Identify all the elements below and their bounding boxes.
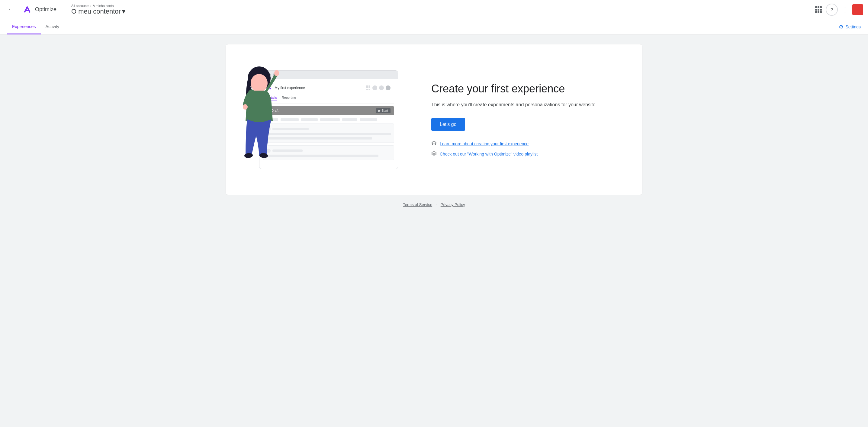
browser-help-icon bbox=[372, 86, 377, 90]
optimize-logo-icon bbox=[22, 4, 33, 15]
back-button[interactable]: ← bbox=[5, 4, 17, 16]
breadcrumb: All accounts › A minha conta O meu conte… bbox=[71, 4, 125, 16]
header-actions: ? ⋮ bbox=[812, 4, 863, 16]
svg-point-4 bbox=[243, 104, 248, 110]
tab-activity[interactable]: Activity bbox=[41, 20, 64, 34]
breadcrumb-account: A minha conta bbox=[93, 4, 114, 7]
content-links: Learn more about creating your first exp… bbox=[431, 141, 618, 157]
svg-point-3 bbox=[274, 70, 279, 76]
footer-separator: · bbox=[436, 202, 437, 207]
settings-label: Settings bbox=[845, 25, 861, 29]
main-content: My first experience bbox=[0, 34, 868, 427]
app-logo: Optimize bbox=[22, 4, 57, 15]
breadcrumb-all: All accounts bbox=[71, 4, 89, 7]
dropdown-icon: ▾ bbox=[122, 7, 125, 16]
privacy-link[interactable]: Privacy Policy bbox=[441, 202, 465, 207]
app-header: ← Optimize All accounts › A minha conta … bbox=[0, 0, 868, 19]
waffle-button[interactable] bbox=[812, 4, 825, 16]
video-icon bbox=[431, 151, 437, 157]
mini-waffle-icon bbox=[366, 86, 371, 90]
illustration-area: My first experience bbox=[250, 70, 407, 169]
content-area: Create your first experience This is whe… bbox=[431, 82, 618, 157]
breadcrumb-sep: › bbox=[90, 4, 92, 7]
tab-experiences[interactable]: Experiences bbox=[7, 20, 41, 34]
link-item-video: Check out our "Working with Optimize" vi… bbox=[431, 151, 618, 157]
skeleton-block bbox=[360, 118, 377, 121]
help-button[interactable]: ? bbox=[826, 4, 838, 16]
settings-icon: ⚙ bbox=[839, 24, 843, 30]
nav-tabs: Experiences Activity ⚙ Settings bbox=[0, 19, 868, 34]
terms-link[interactable]: Terms of Service bbox=[403, 202, 432, 207]
avatar[interactable] bbox=[852, 4, 863, 15]
learn-more-icon bbox=[431, 141, 437, 147]
woman-illustration bbox=[232, 60, 286, 175]
divider bbox=[65, 5, 65, 14]
learn-more-link[interactable]: Learn more about creating your first exp… bbox=[440, 141, 529, 146]
link-item-learn-more: Learn more about creating your first exp… bbox=[431, 141, 618, 147]
browser-topbar-right bbox=[366, 86, 391, 90]
footer: Terms of Service · Privacy Policy bbox=[396, 195, 472, 214]
browser-avatar-icon bbox=[386, 86, 391, 90]
more-button[interactable]: ⋮ bbox=[839, 4, 851, 16]
skeleton-block bbox=[301, 118, 318, 121]
settings-link[interactable]: ⚙ Settings bbox=[839, 24, 861, 30]
hero-description: This is where you'll create experiments … bbox=[431, 101, 618, 109]
container-name: O meu contentor bbox=[71, 7, 121, 16]
browser-more-icon bbox=[379, 86, 384, 90]
waffle-grid-icon bbox=[815, 6, 822, 13]
skeleton-block bbox=[342, 118, 357, 121]
svg-point-7 bbox=[252, 75, 266, 89]
app-name: Optimize bbox=[35, 6, 57, 13]
video-playlist-link[interactable]: Check out our "Working with Optimize" vi… bbox=[440, 152, 537, 156]
container-selector[interactable]: O meu contentor ▾ bbox=[71, 7, 125, 16]
skeleton-block bbox=[320, 118, 340, 121]
svg-rect-0 bbox=[22, 4, 33, 15]
lets-go-button[interactable]: Let's go bbox=[431, 118, 465, 131]
hero-card: My first experience bbox=[226, 44, 642, 195]
hero-title: Create your first experience bbox=[431, 82, 618, 96]
start-button-mock: ▶ Start bbox=[376, 108, 391, 113]
breadcrumb-top: All accounts › A minha conta bbox=[71, 4, 125, 7]
